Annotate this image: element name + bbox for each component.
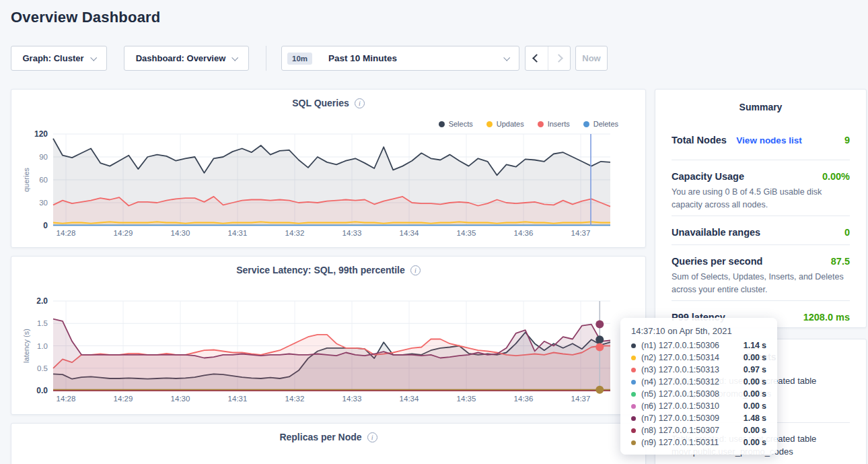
tooltip-row: (n2) 127.0.0.1:503140.00s bbox=[631, 352, 766, 364]
x-tick-label: 14:28 bbox=[57, 395, 76, 403]
x-tick-label: 14:28 bbox=[57, 229, 76, 237]
node-latency-value: 0.00 bbox=[744, 401, 760, 411]
qps-label: Queries per second bbox=[672, 256, 762, 267]
time-range-label: Past 10 Minutes bbox=[328, 53, 397, 63]
node-address: (n7) 127.0.0.1:50309 bbox=[641, 413, 744, 423]
node-latency-value: 1.14 bbox=[744, 341, 760, 350]
x-tick-label: 14:31 bbox=[228, 395, 248, 403]
node-latency-unit: s bbox=[762, 341, 766, 350]
time-range-selector[interactable]: 10m Past 10 Minutes bbox=[281, 46, 519, 71]
y-axis-unit-label: latency (s) bbox=[22, 329, 30, 363]
node-latency-unit: s bbox=[762, 413, 766, 423]
next-time-button[interactable] bbox=[548, 46, 571, 70]
chevron-down-icon bbox=[232, 55, 239, 61]
x-tick-label: 14:35 bbox=[457, 229, 476, 237]
node-address: (n5) 127.0.0.1:50308 bbox=[641, 389, 744, 399]
y-tick-label: 1.5 bbox=[37, 319, 48, 327]
node-latency-unit: s bbox=[762, 426, 766, 435]
x-tick-label: 14:30 bbox=[171, 229, 190, 237]
info-icon[interactable] bbox=[367, 432, 377, 442]
node-latency-value: 0.00 bbox=[744, 377, 760, 387]
summary-row-unavailable: Unavailable ranges 0 bbox=[672, 216, 850, 244]
node-address: (n8) 127.0.0.1:50307 bbox=[641, 426, 744, 435]
y-tick-label: 0 bbox=[43, 221, 48, 230]
capacity-label: Capacity Usage bbox=[672, 171, 744, 182]
crosshair-dot bbox=[595, 343, 604, 351]
chart-tooltip: 14:37:10 on Apr 5th, 2021 (n1) 127.0.0.1… bbox=[620, 318, 777, 455]
tooltip-row: (n6) 127.0.0.1:503100.00s bbox=[631, 400, 766, 412]
x-tick-label: 14:29 bbox=[114, 395, 133, 403]
node-address: (n3) 127.0.0.1:50313 bbox=[641, 365, 744, 374]
tooltip-timestamp: 14:37:10 on Apr 5th, 2021 bbox=[631, 326, 766, 336]
node-latency-unit: s bbox=[762, 353, 766, 362]
node-dot-icon bbox=[631, 356, 636, 360]
x-tick-label: 14:33 bbox=[342, 395, 362, 403]
node-dot-icon bbox=[631, 368, 636, 372]
node-dot-icon bbox=[631, 392, 636, 397]
now-button[interactable]: Now bbox=[575, 46, 608, 71]
dashboard-dropdown[interactable]: Dashboard: Overview bbox=[124, 46, 249, 71]
sql-queries-chart[interactable]: 14:2814:2914:3014:3114:3214:3314:3414:35… bbox=[11, 90, 647, 248]
toolbar-divider bbox=[266, 46, 266, 71]
x-tick-label: 14:32 bbox=[285, 395, 305, 403]
y-tick-label: 2.0 bbox=[36, 296, 48, 306]
x-tick-label: 14:36 bbox=[514, 229, 534, 237]
crosshair-dot bbox=[595, 386, 604, 394]
summary-card: Summary Total Nodes View nodes list 9 Ca… bbox=[655, 89, 867, 328]
page-title: Overview Dashboard bbox=[11, 9, 160, 26]
x-tick-label: 14:34 bbox=[400, 395, 419, 403]
node-dot-icon bbox=[631, 440, 636, 445]
node-latency-value: 0.00 bbox=[744, 438, 760, 447]
node-dot-icon bbox=[631, 404, 636, 409]
node-latency-value: 0.00 bbox=[744, 389, 760, 399]
node-dot-icon bbox=[631, 416, 636, 421]
time-nav-group bbox=[525, 46, 571, 71]
capacity-value: 0.00% bbox=[822, 171, 850, 182]
node-address: (n1) 127.0.0.1:50306 bbox=[641, 341, 744, 350]
tooltip-row: (n3) 127.0.0.1:503130.97s bbox=[631, 364, 766, 376]
view-nodes-list-link[interactable]: View nodes list bbox=[736, 135, 801, 145]
node-latency-value: 0.97 bbox=[744, 365, 760, 374]
node-dot-icon bbox=[631, 428, 636, 433]
summary-row-capacity: Capacity Usage 0.00% You are using 0 B o… bbox=[672, 160, 850, 216]
tooltip-row: (n4) 127.0.0.1:503120.00s bbox=[631, 376, 766, 388]
tooltip-row: (n5) 127.0.0.1:503080.00s bbox=[631, 388, 766, 400]
graph-dropdown[interactable]: Graph: Cluster bbox=[11, 46, 107, 71]
service-latency-chart[interactable]: 14:2814:2914:3014:3114:3214:3314:3414:35… bbox=[11, 257, 647, 416]
p99-value: 1208.0 ms bbox=[803, 312, 850, 323]
x-tick-label: 14:33 bbox=[342, 229, 362, 237]
dashboard-dropdown-label: Dashboard: Overview bbox=[136, 53, 226, 63]
node-address: (n9) 127.0.0.1:50311 bbox=[641, 438, 744, 447]
node-dot-icon bbox=[631, 380, 636, 385]
x-tick-label: 14:36 bbox=[514, 395, 534, 403]
y-tick-label: 0.5 bbox=[37, 364, 48, 372]
summary-row-qps: Queries per second 87.5 Sum of Selects, … bbox=[672, 245, 850, 300]
x-tick-label: 14:35 bbox=[457, 395, 476, 403]
y-tick-label: 30 bbox=[39, 199, 48, 207]
x-tick-label: 14:31 bbox=[228, 229, 248, 237]
y-tick-label: 1.0 bbox=[37, 342, 48, 350]
tooltip-row: (n1) 127.0.0.1:503061.14s bbox=[631, 339, 766, 352]
y-tick-label: 120 bbox=[34, 129, 48, 139]
time-range-badge: 10m bbox=[287, 53, 312, 65]
x-tick-label: 14:29 bbox=[114, 229, 133, 237]
unavailable-value: 0 bbox=[844, 227, 850, 238]
replicas-title: Replicas per Node bbox=[279, 432, 361, 442]
x-tick-label: 14:32 bbox=[285, 229, 305, 237]
tooltip-rows: (n1) 127.0.0.1:503061.14s(n2) 127.0.0.1:… bbox=[631, 339, 766, 449]
node-address: (n6) 127.0.0.1:50310 bbox=[641, 401, 744, 411]
tooltip-row: (n8) 127.0.0.1:503070.00s bbox=[631, 424, 766, 436]
chevron-left-icon bbox=[532, 54, 541, 63]
y-tick-label: 60 bbox=[39, 176, 48, 184]
node-latency-unit: s bbox=[762, 389, 766, 399]
crosshair-dot bbox=[595, 321, 604, 329]
node-latency-value: 1.48 bbox=[744, 413, 760, 423]
prev-time-button[interactable] bbox=[526, 46, 548, 70]
chevron-down-icon bbox=[503, 55, 510, 61]
y-axis-unit-label: queries bbox=[22, 167, 30, 192]
capacity-desc: You are using 0 B of 4.5 GiB usable disk… bbox=[672, 186, 850, 211]
x-tick-label: 14:30 bbox=[171, 395, 190, 403]
overview-dashboard-page: Overview Dashboard Graph: Cluster Dashbo… bbox=[0, 0, 868, 464]
tooltip-row: (n9) 127.0.0.1:503110.00s bbox=[631, 436, 766, 449]
summary-row-total-nodes: Total Nodes View nodes list 9 bbox=[672, 112, 850, 160]
